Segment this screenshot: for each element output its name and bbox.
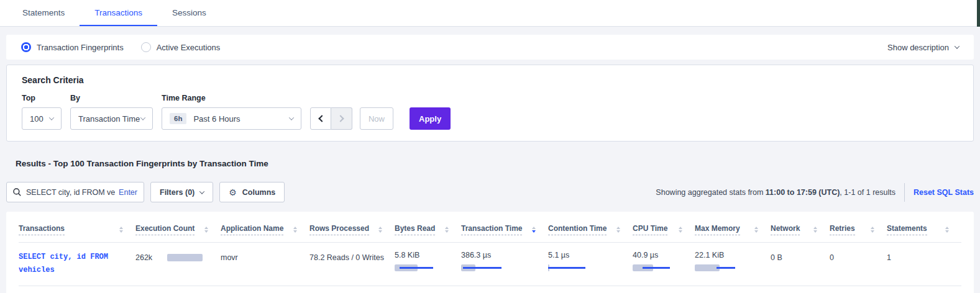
table-header-row: Transactions Execution Count Application… <box>19 217 961 243</box>
sort-icon <box>945 227 949 233</box>
time-range-prev-button[interactable] <box>310 107 331 130</box>
show-description-toggle[interactable]: Show description <box>887 43 959 52</box>
cpu-time-cell: 40.9 µs <box>633 251 695 272</box>
columns-button[interactable]: ⚙ Columns <box>219 182 285 202</box>
bytes-read-value: 5.8 KiB <box>395 251 455 259</box>
table-row: SELECT city, id FROM vehicles 262k movr … <box>19 243 961 286</box>
chevron-down-icon <box>289 115 294 120</box>
cpu-time-barchart <box>633 264 676 272</box>
aggregated-stats-text: Showing aggregated stats from 11:00 to 1… <box>656 188 895 197</box>
search-criteria-title: Search Criteria <box>22 75 958 85</box>
sort-icon <box>616 227 620 233</box>
top-select[interactable]: 100 <box>22 107 62 130</box>
filters-button[interactable]: Filters (0) <box>150 182 213 202</box>
time-range-label: Time Range <box>162 94 301 102</box>
sort-icon <box>204 227 208 233</box>
chevron-right-icon <box>337 115 344 122</box>
statements-cell: 1 <box>887 253 961 262</box>
view-toggle-panel: Transaction Fingerprints Active Executio… <box>6 35 974 60</box>
transaction-time-barchart <box>461 264 505 272</box>
column-header-retries[interactable]: Retries <box>830 224 887 235</box>
top-tab-bar: Statements Transactions Sessions <box>0 0 980 27</box>
columns-label: Columns <box>242 188 275 197</box>
radio-active-executions[interactable]: Active Executions <box>141 42 221 52</box>
tab-sessions[interactable]: Sessions <box>157 0 221 26</box>
radio-label: Active Executions <box>157 43 221 52</box>
by-field: By Transaction Time <box>70 94 153 130</box>
now-button[interactable]: Now <box>360 107 393 130</box>
radio-transaction-fingerprints[interactable]: Transaction Fingerprints <box>21 42 124 52</box>
sort-icon <box>378 227 382 233</box>
sort-icon <box>293 227 297 233</box>
contention-time-barchart <box>548 264 592 272</box>
column-header-execution-count[interactable]: Execution Count <box>135 224 221 235</box>
column-header-transactions[interactable]: Transactions <box>19 224 135 235</box>
chevron-left-icon <box>318 115 325 122</box>
radio-selected-icon <box>21 42 31 52</box>
by-label: By <box>70 94 153 102</box>
retries-cell: 0 <box>830 253 887 262</box>
time-range-next-button[interactable] <box>331 107 352 130</box>
top-label: Top <box>22 94 62 102</box>
top-select-value: 100 <box>30 114 44 124</box>
network-cell: 0 B <box>771 253 830 262</box>
rows-processed-cell: 78.2 Reads / 0 Writes <box>309 253 395 262</box>
top-field: Top 100 <box>22 94 62 130</box>
column-header-cpu-time[interactable]: CPU Time <box>633 224 695 235</box>
column-header-bytes-read[interactable]: Bytes Read <box>395 224 461 235</box>
sort-icon <box>679 227 682 233</box>
max-memory-value: 22.1 KiB <box>695 251 764 259</box>
contention-time-value: 5.1 µs <box>548 251 626 259</box>
chevron-down-icon <box>199 189 204 194</box>
transaction-fingerprint-link[interactable]: SELECT city, id FROM vehicles <box>19 251 118 277</box>
results-table-panel: Transactions Execution Count Application… <box>6 212 974 293</box>
bytes-read-barchart <box>395 264 438 272</box>
results-title: Results - Top 100 Transaction Fingerprin… <box>16 159 964 168</box>
execution-count-bar <box>167 254 203 261</box>
stats-suffix: , 1-1 of 1 results <box>840 188 895 197</box>
sort-icon <box>445 227 449 233</box>
bytes-read-cell: 5.8 KiB <box>395 251 461 272</box>
search-input[interactable] <box>26 188 115 197</box>
search-enter-hint[interactable]: Enter <box>119 188 137 197</box>
window-edge-strip <box>977 0 980 27</box>
apply-button[interactable]: Apply <box>410 107 451 130</box>
stats-prefix: Showing aggregated stats from <box>656 188 766 197</box>
chevron-down-icon <box>140 115 145 120</box>
sort-icon <box>813 227 817 233</box>
chevron-down-icon <box>955 43 959 48</box>
by-select[interactable]: Transaction Time <box>70 107 153 130</box>
page-body: Transaction Fingerprints Active Executio… <box>0 27 980 293</box>
transaction-time-cell: 386.3 µs <box>461 251 548 272</box>
column-header-application-name[interactable]: Application Name <box>221 224 309 235</box>
chevron-down-icon <box>49 115 54 120</box>
execution-count-cell: 262k <box>135 253 221 262</box>
column-header-network[interactable]: Network <box>771 224 830 235</box>
show-description-label: Show description <box>887 43 949 52</box>
column-header-transaction-time[interactable]: Transaction Time <box>461 224 548 235</box>
reset-sql-stats-link[interactable]: Reset SQL Stats <box>914 188 974 197</box>
tab-transactions[interactable]: Transactions <box>80 0 157 26</box>
vertical-divider <box>904 183 905 202</box>
search-box: Enter <box>6 182 144 202</box>
radio-unselected-icon <box>141 42 151 52</box>
time-range-field: Time Range 6h Past 6 Hours <box>162 94 301 130</box>
time-range-select[interactable]: 6h Past 6 Hours <box>162 107 301 130</box>
criteria-controls-row: Top 100 By Transaction Time Time Range 6… <box>22 94 958 130</box>
sort-icon <box>532 227 536 233</box>
column-header-rows-processed[interactable]: Rows Processed <box>309 224 395 235</box>
tab-statements[interactable]: Statements <box>7 0 80 26</box>
column-header-contention-time[interactable]: Contention Time <box>548 224 633 235</box>
stats-range: 11:00 to 17:59 (UTC) <box>766 188 840 197</box>
max-memory-cell: 22.1 KiB <box>695 251 771 272</box>
contention-time-cell: 5.1 µs <box>548 251 633 272</box>
sort-icon <box>754 227 758 233</box>
column-header-max-memory[interactable]: Max Memory <box>695 224 771 235</box>
sort-icon <box>871 227 874 233</box>
column-header-statements[interactable]: Statements <box>887 224 961 235</box>
max-memory-barchart <box>695 264 738 272</box>
sort-icon <box>119 227 123 233</box>
execution-count-value: 262k <box>135 253 152 262</box>
transaction-time-value: 386.3 µs <box>461 251 542 259</box>
time-range-value: Past 6 Hours <box>193 114 240 124</box>
